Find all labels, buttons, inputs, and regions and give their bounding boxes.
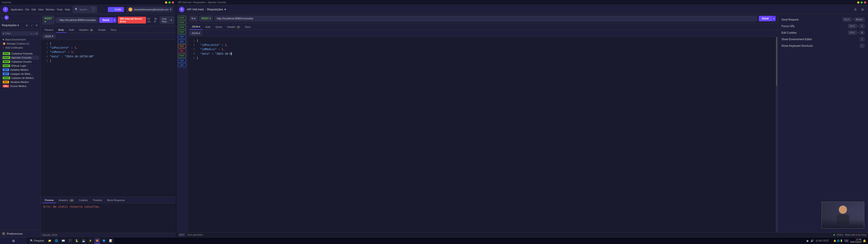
sidebar-item-cadastrar-usuario[interactable]: POST Cadastrar Usuario — [1, 60, 39, 64]
left-minimize-btn[interactable] — [165, 1, 167, 4]
right-settings-btn[interactable]: ⚙ — [852, 7, 858, 12]
sidebar-item-listagem-medico[interactable]: GET Listagem de Médi... — [1, 72, 39, 76]
taskbar-browser[interactable]: 🌐 — [53, 238, 60, 244]
beautify-btn[interactable]: Beautify JSON — [42, 234, 57, 236]
menu-window[interactable]: Window — [46, 8, 55, 11]
right-method-del-1[interactable]: DEL — [178, 49, 186, 53]
taskbar-app-5[interactable]: 🐍 — [74, 238, 80, 244]
right-method-post-2[interactable]: POST — [178, 21, 186, 24]
sidebar-item-agendar-consulta[interactable]: POST Agendar Consulta — [1, 56, 39, 60]
right-method-post-5[interactable]: POST — [178, 54, 186, 58]
sidebar-filter-btn[interactable]: ⊞ — [25, 23, 29, 27]
resp-tab-headers[interactable]: Headers 13 — [56, 198, 76, 203]
right-method-put-1[interactable]: PUT — [178, 44, 186, 48]
right-maximize-btn[interactable] — [861, 1, 863, 4]
sidebar-item-cadastro-medico[interactable]: POST Cadastro de Médico — [1, 76, 39, 80]
menu-tools[interactable]: Tools — [57, 8, 63, 11]
resp-tab-cookies[interactable]: Cookies — [76, 198, 90, 203]
sidebar-base-env[interactable]: Base Environment — [1, 37, 39, 41]
play-icon[interactable]: ▶ — [807, 239, 809, 242]
n-selector[interactable]: N ▾ — [189, 16, 197, 21]
taskbar-app-9[interactable]: 🔷 — [101, 238, 107, 244]
method-selector[interactable]: POST ▾ — [42, 16, 54, 24]
user-badge[interactable]: D danieleldesoares@hotmail.com ▾ — [127, 7, 173, 12]
right-method-selector[interactable]: POST ▾ — [199, 16, 213, 21]
tab-params[interactable]: Params — [42, 27, 56, 33]
right-method-get-1[interactable]: GET — [178, 35, 186, 39]
taskbar-app-7[interactable]: ⚡ — [87, 238, 94, 244]
taskbar-start[interactable]: ⊞ — [0, 238, 27, 244]
filter-expand-icon[interactable]: ⤢ — [33, 32, 35, 35]
tab-body[interactable]: Body — [56, 27, 66, 33]
left-maximize-btn[interactable] — [168, 1, 170, 4]
rtab-query[interactable]: Query — [213, 24, 224, 30]
left-close-btn[interactable] — [172, 1, 174, 4]
sidebar-item-atualizar-medico[interactable]: PUT Atualizar Medico — [1, 80, 39, 84]
taskbar-file[interactable]: 📁 — [46, 238, 53, 244]
right-close-btn[interactable] — [864, 1, 866, 4]
workspace-name[interactable]: Requisições ▾ — [2, 24, 19, 27]
resp-tab-preview[interactable]: Preview — [42, 198, 56, 203]
rtab-header[interactable]: Header 1 — [225, 24, 242, 30]
right-json-selector[interactable]: JSON ▾ — [189, 31, 202, 35]
right-method-post-4[interactable]: POST — [178, 30, 186, 34]
sidebar-item-efetuar-login[interactable]: POST Efetuar Login — [1, 64, 39, 68]
right-send-dropdown-button[interactable]: ▾ — [772, 16, 776, 21]
collection-dropdown-icon[interactable]: ▾ — [224, 8, 226, 11]
sidebar-cookies[interactable]: 🍪 Manage Cookies (1) — [1, 41, 39, 45]
resp-tab-mock[interactable]: Mock Response — [105, 198, 127, 203]
filter-label[interactable]: Filter — [5, 32, 30, 35]
menu-help[interactable]: Help — [65, 8, 70, 11]
resp-tab-timeline[interactable]: Timeline — [91, 198, 104, 203]
right-method-post-1[interactable]: POST — [178, 16, 186, 20]
menu-file[interactable]: File — [25, 8, 29, 11]
tab-docs[interactable]: Docs — [108, 27, 119, 33]
tab-scripts[interactable]: Scripts — [96, 27, 108, 33]
sidebar-settings-btn[interactable]: ⚙ — [35, 23, 39, 27]
tab-auth[interactable]: Auth — [67, 27, 76, 33]
preferences-label[interactable]: Preferences — [7, 232, 23, 236]
scrollbar-thumb[interactable] — [776, 37, 777, 86]
taskbar-app-3[interactable]: 📧 — [60, 238, 66, 244]
json-format-selector[interactable]: JSON ▾ — [42, 34, 55, 38]
send-dropdown-button[interactable]: ▾ — [112, 18, 116, 23]
sidebar-certificates[interactable]: + Add Certificates — [1, 45, 39, 50]
right-url-input[interactable]: http://localhost:8080/consultas — [215, 16, 757, 21]
filter-options-icon[interactable]: ≡ — [31, 32, 32, 35]
search-bar[interactable]: 🔍 Search... Ctrl + P — [73, 6, 97, 13]
taskbar-app-8[interactable]: 🦊 — [94, 238, 100, 244]
rtab-json[interactable]: JSON ▾ — [189, 24, 203, 30]
right-method-get-2[interactable]: GET — [178, 39, 186, 43]
back-icon[interactable]: ‹ — [2, 16, 3, 20]
taskbar-app-4[interactable]: 🎵 — [67, 238, 73, 244]
taskbar-app-6[interactable]: 💻 — [81, 238, 87, 244]
right-code-content[interactable]: 1 2 3 4 5 { — [188, 37, 778, 232]
notifications-icon[interactable]: 🔔 — [863, 239, 866, 242]
rtab-auth[interactable]: Auth — [203, 24, 213, 30]
nav-icon[interactable]: R — [4, 16, 9, 20]
taskbar-app-10[interactable]: 📝 — [107, 238, 114, 244]
right-method-post-3[interactable]: POST — [178, 25, 186, 29]
sidebar-item-detalhar-medico[interactable]: GET Detalhar Médico — [1, 68, 39, 72]
filter-settings-icon[interactable]: ⚙ — [36, 32, 38, 35]
right-minimize-btn[interactable] — [857, 1, 860, 4]
menu-application[interactable]: Application — [11, 8, 23, 11]
code-area[interactable]: 1 { 2 "idPaciente" : 1, 3 " — [41, 40, 176, 196]
volume-icon[interactable]: 🔊 — [811, 239, 814, 242]
sidebar-item-cadastrar-paciente[interactable]: POST Cadastrar Paciente — [1, 52, 39, 56]
timestamp-badge[interactable]: Just Now ▾ — [160, 17, 174, 24]
tab-headers[interactable]: Headers 4 — [77, 27, 96, 33]
menu-edit[interactable]: Edit — [32, 8, 36, 11]
sidebar-expand-btn[interactable]: ⤢ — [30, 23, 34, 27]
right-method-get-3[interactable]: GET — [178, 59, 186, 62]
taskbar-search[interactable]: 🔍Pesquisar — [28, 238, 46, 244]
url-input[interactable]: › http://localhost:8080/consultas — [56, 18, 98, 23]
menu-view[interactable]: View — [38, 8, 43, 11]
rtab-docs[interactable]: Docs — [243, 24, 253, 30]
send-button[interactable]: Send — [99, 18, 112, 23]
right-send-button[interactable]: Send — [759, 16, 772, 21]
right-method-get-4[interactable]: GET — [178, 63, 186, 67]
sidebar-item-excluir-medico[interactable]: DEL Excluir Medico — [1, 84, 39, 88]
right-layout-btn[interactable]: ⊞ — [860, 7, 865, 12]
invite-button[interactable]: 👤 Invite — [108, 7, 124, 12]
